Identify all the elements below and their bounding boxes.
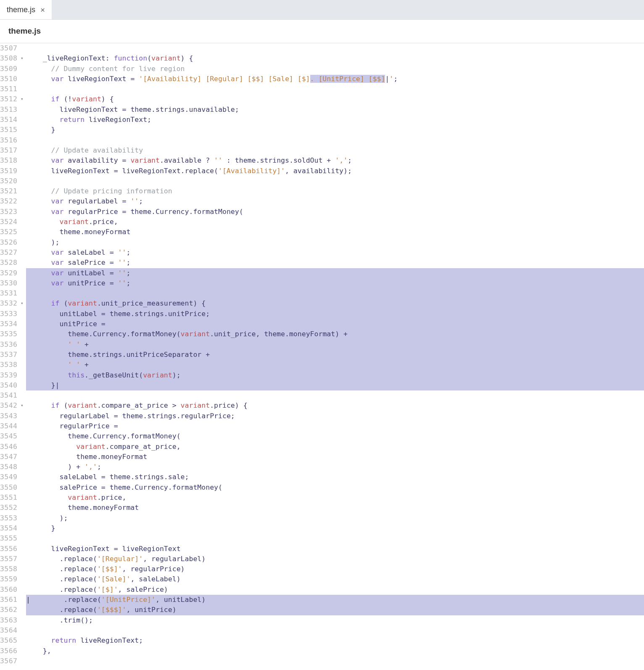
line-number[interactable]: 3522 <box>0 196 23 206</box>
code-line[interactable] <box>26 625 644 636</box>
code-line[interactable]: }| <box>26 380 644 390</box>
line-number[interactable]: 3552 <box>0 503 23 513</box>
code-line[interactable]: .replace('[$$$]', unitPrice) <box>26 605 644 615</box>
line-number[interactable]: 3560 <box>0 585 23 595</box>
line-number[interactable]: 3537 <box>0 350 23 360</box>
line-number[interactable]: 3543 <box>0 411 23 421</box>
code-line[interactable]: theme.Currency.formatMoney( <box>26 431 644 441</box>
line-number[interactable]: 3511 <box>0 84 23 94</box>
code-line[interactable] <box>26 135 644 145</box>
code-line[interactable]: .replace('[$]', salePrice) <box>26 585 644 595</box>
code-line[interactable]: ); <box>26 237 644 248</box>
code-line[interactable]: variant.compare_at_price, <box>26 442 644 452</box>
line-number[interactable]: 3519 <box>0 166 23 176</box>
line-number[interactable]: 3556 <box>0 544 23 554</box>
line-number[interactable]: 3548 <box>0 462 23 472</box>
code-line[interactable]: var regularLabel = ''; <box>26 196 644 206</box>
line-number[interactable]: 3531 <box>0 288 23 298</box>
line-number[interactable]: 3563 <box>0 615 23 625</box>
line-number[interactable]: 3535 <box>0 329 23 339</box>
code-line[interactable]: saleLabel = theme.strings.sale; <box>26 472 644 482</box>
line-number[interactable]: 3517 <box>0 145 23 156</box>
line-number[interactable]: 3555 <box>0 533 23 543</box>
line-number[interactable]: 3525 <box>0 227 23 237</box>
code-content[interactable]: _liveRegionText: function(variant) { // … <box>24 43 644 666</box>
code-line[interactable]: ); <box>26 513 644 523</box>
line-number[interactable]: 3566 <box>0 646 23 656</box>
line-number[interactable]: 3546 <box>0 442 23 452</box>
line-number[interactable]: 3532 <box>0 298 23 309</box>
line-number[interactable]: 3509 <box>0 64 23 74</box>
tab-theme-js[interactable]: theme.js × <box>0 0 52 19</box>
code-line[interactable]: .trim(); <box>26 615 644 625</box>
line-number[interactable]: 3516 <box>0 135 23 145</box>
code-line[interactable] <box>26 288 644 298</box>
code-line[interactable]: return liveRegionText; <box>26 636 644 646</box>
code-line[interactable]: ) + ','; <box>26 462 644 472</box>
line-number[interactable]: 3536 <box>0 340 23 350</box>
code-line[interactable]: variant.price, <box>26 217 644 227</box>
code-line[interactable]: liveRegionText = theme.strings.unavailab… <box>26 105 644 115</box>
code-line[interactable]: _liveRegionText: function(variant) { <box>26 53 644 63</box>
line-number[interactable]: 3526 <box>0 237 23 248</box>
code-line[interactable] <box>26 176 644 186</box>
code-line[interactable]: regularLabel = theme.strings.regularPric… <box>26 411 644 421</box>
code-line[interactable]: liveRegionText = liveRegionText.replace(… <box>26 166 644 176</box>
line-number[interactable]: 3507 <box>0 43 23 53</box>
code-line[interactable]: if (variant.compare_at_price > variant.p… <box>26 401 644 411</box>
line-number[interactable]: 3564 <box>0 625 23 636</box>
line-number[interactable]: 3514 <box>0 115 23 125</box>
line-number[interactable]: 3561 <box>0 595 23 605</box>
line-number[interactable]: 3553 <box>0 513 23 523</box>
code-line[interactable] <box>26 43 644 53</box>
code-line[interactable]: var salePrice = ''; <box>26 258 644 268</box>
line-number[interactable]: 3541 <box>0 390 23 401</box>
line-number[interactable]: 3558 <box>0 564 23 574</box>
line-number[interactable]: 3567 <box>0 656 23 666</box>
line-number[interactable]: 3515 <box>0 125 23 135</box>
line-number[interactable]: 3527 <box>0 248 23 258</box>
code-line[interactable]: this._getBaseUnit(variant); <box>26 370 644 380</box>
line-number[interactable]: 3512 <box>0 94 23 104</box>
line-number[interactable]: 3533 <box>0 309 23 319</box>
code-line[interactable] <box>26 390 644 401</box>
line-number[interactable]: 3518 <box>0 156 23 166</box>
code-line[interactable]: .replace('[Sale]', saleLabel) <box>26 574 644 584</box>
code-line[interactable]: // Dummy content for live region <box>26 64 644 74</box>
code-line[interactable]: theme.moneyFormat <box>26 503 644 513</box>
code-line[interactable]: // Update availability <box>26 145 644 156</box>
code-line[interactable]: unitLabel = theme.strings.unitPrice; <box>26 309 644 319</box>
code-line[interactable] <box>26 656 644 666</box>
code-line[interactable]: theme.Currency.formatMoney(variant.unit_… <box>26 329 644 339</box>
line-number[interactable]: 3545 <box>0 431 23 441</box>
line-number[interactable]: 3539 <box>0 370 23 380</box>
code-line[interactable]: // Update pricing information <box>26 186 644 196</box>
line-number[interactable]: 3538 <box>0 360 23 370</box>
code-line[interactable]: var liveRegionText = '[Availability] [Re… <box>26 74 644 84</box>
code-line[interactable]: var regularPrice = theme.Currency.format… <box>26 207 644 217</box>
line-number[interactable]: 3554 <box>0 523 23 533</box>
code-line[interactable]: .replace('[$$]', regularPrice) <box>26 564 644 574</box>
line-number[interactable]: 3530 <box>0 278 23 288</box>
line-number[interactable]: 3524 <box>0 217 23 227</box>
code-line[interactable]: var unitLabel = ''; <box>26 268 644 278</box>
code-line[interactable]: } <box>26 125 644 135</box>
code-line[interactable] <box>26 84 644 94</box>
code-line[interactable]: theme.moneyFormat <box>26 452 644 462</box>
line-number[interactable]: 3562 <box>0 605 23 615</box>
line-number[interactable]: 3510 <box>0 74 23 84</box>
code-line[interactable]: theme.strings.unitPriceSeparator + <box>26 350 644 360</box>
code-line[interactable]: if (variant.unit_price_measurement) { <box>26 298 644 309</box>
code-line[interactable]: variant.price, <box>26 493 644 503</box>
line-number[interactable]: 3559 <box>0 574 23 584</box>
line-number[interactable]: 3513 <box>0 105 23 115</box>
line-number[interactable]: 3540 <box>0 380 23 390</box>
code-line[interactable]: ' ' + <box>26 340 644 350</box>
line-number[interactable]: 3550 <box>0 483 23 493</box>
code-line[interactable]: theme.moneyFormat <box>26 227 644 237</box>
line-number[interactable]: 3508 <box>0 53 23 63</box>
code-line[interactable]: }, <box>26 646 644 656</box>
code-line[interactable]: } <box>26 523 644 533</box>
code-line[interactable] <box>26 533 644 543</box>
code-line[interactable]: liveRegionText = liveRegionText <box>26 544 644 554</box>
